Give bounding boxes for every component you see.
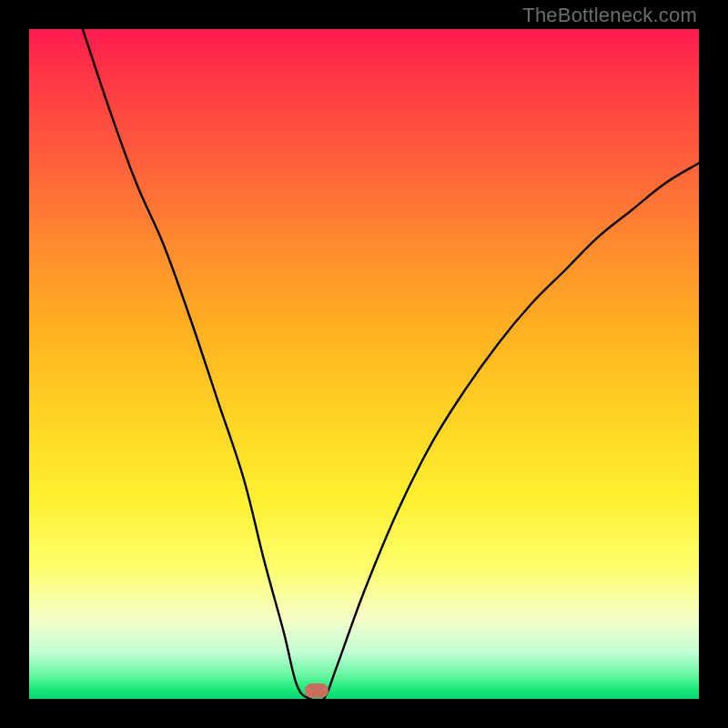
watermark-text: TheBottleneck.com <box>522 4 697 27</box>
chart-frame: TheBottleneck.com <box>0 0 728 728</box>
optimal-point-marker <box>305 683 329 698</box>
bottleneck-curve <box>29 29 699 699</box>
plot-area <box>29 29 699 699</box>
